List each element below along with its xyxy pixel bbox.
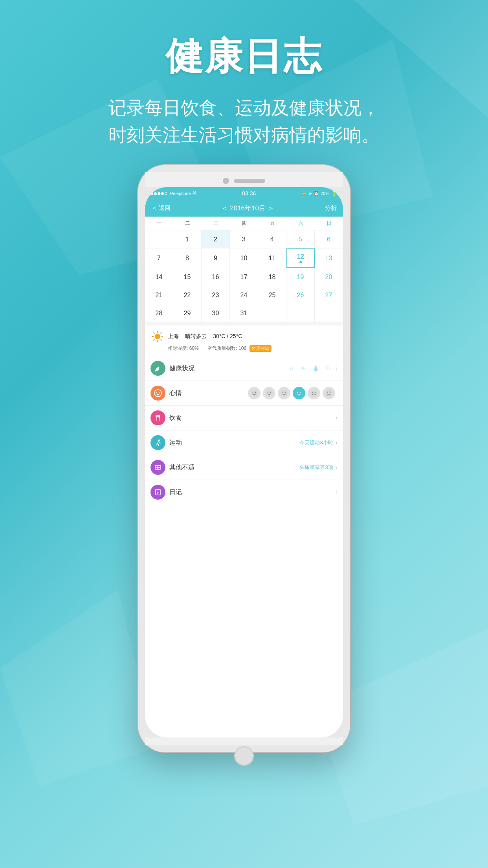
svg-point-25 <box>283 392 283 393</box>
calendar-weekdays: 一 二 三 四 五 六 日 <box>145 217 343 230</box>
location-icon: ➤ <box>308 191 312 196</box>
cal-day-7[interactable]: 7 <box>145 248 173 268</box>
discomfort-label: 其他不适 <box>169 463 299 472</box>
weather-condition: 晴转多云 <box>185 333 207 339</box>
svg-point-19 <box>253 392 253 393</box>
cal-day-17[interactable]: 17 <box>230 268 258 286</box>
svg-line-12 <box>154 340 155 341</box>
svg-point-35 <box>327 392 328 392</box>
phone-bottom-bar <box>145 737 343 745</box>
weather-item: 上海 晴转多云 30°C / 25°C 相对湿度: 60% 空气质量指数: 10… <box>145 326 343 356</box>
cal-day-26[interactable]: 26 <box>286 286 315 304</box>
cal-day-25[interactable]: 25 <box>258 286 286 304</box>
weather-sub-info: 相对湿度: 60% 空气质量指数: 106 轻度污染 <box>168 345 338 352</box>
nav-title[interactable]: ＜ 2016年10月 ＞ <box>221 204 274 213</box>
header-area: 健康日志 记录每日饮食、运动及健康状况， 时刻关注生活习惯对病情的影响。 <box>0 31 488 149</box>
cal-day-5[interactable]: 5 <box>286 230 315 248</box>
cal-day-2[interactable]: 2 <box>202 230 230 248</box>
diet-label: 饮食 <box>169 414 336 422</box>
cal-day-6[interactable]: 6 <box>315 230 343 248</box>
cal-day-22[interactable]: 22 <box>173 286 202 304</box>
cal-day-12[interactable]: 12 <box>286 248 315 268</box>
svg-point-22 <box>268 392 268 393</box>
phone-camera <box>223 178 229 184</box>
cal-day-27[interactable]: 27 <box>315 286 343 304</box>
diary-label: 日记 <box>169 488 336 497</box>
discomfort-icon-circle <box>150 460 165 475</box>
cal-day-11[interactable]: 11 <box>258 248 286 268</box>
mood-face-4[interactable] <box>293 387 305 399</box>
cal-day-31[interactable]: 31 <box>230 304 258 322</box>
svg-line-13 <box>161 333 162 334</box>
status-right: 🔒 ➤ ⏰ 20% 🔋 <box>301 190 338 197</box>
status-time: 03:36 <box>242 190 256 197</box>
exercise-chevron: › <box>336 439 338 446</box>
cal-day-23[interactable]: 23 <box>202 286 230 304</box>
diary-item[interactable]: 日记 › <box>145 480 343 504</box>
nav-bar: ＜ 返回 ＜ 2016年10月 ＞ 分析 <box>145 200 343 217</box>
cal-day-4[interactable]: 4 <box>258 230 286 248</box>
svg-point-20 <box>255 392 256 393</box>
mood-face-6[interactable] <box>323 387 335 399</box>
wifi-icon: ⌘ <box>192 191 197 196</box>
status-bar: Pelephone ⌘ 03:36 🔒 ➤ ⏰ 20% 🔋 <box>145 187 343 200</box>
weekday-sun: 日 <box>315 217 343 230</box>
cal-day-28[interactable]: 28 <box>145 304 173 322</box>
svg-point-29 <box>297 392 298 393</box>
cal-day-14[interactable]: 14 <box>145 268 173 286</box>
calendar-week5: 28 29 30 31 <box>145 304 343 322</box>
svg-point-31 <box>310 390 317 397</box>
nav-back-button[interactable]: ＜ 返回 <box>151 204 171 212</box>
cal-day-29[interactable]: 29 <box>173 304 202 322</box>
status-left: Pelephone ⌘ <box>150 191 197 196</box>
mood-face-5[interactable] <box>308 387 320 399</box>
phone-frame: Pelephone ⌘ 03:36 🔒 ➤ ⏰ 20% 🔋 ＜ 返回 <box>138 165 350 752</box>
mood-item[interactable]: 心情 <box>145 381 343 406</box>
svg-point-18 <box>251 390 258 397</box>
svg-point-21 <box>266 390 273 397</box>
svg-point-28 <box>295 390 303 397</box>
cal-day-30[interactable]: 30 <box>202 304 230 322</box>
drop-icon[interactable]: 💧 <box>311 364 321 373</box>
cal-day-15[interactable]: 15 <box>173 268 202 286</box>
battery-icon: 🔋 <box>331 190 338 197</box>
mood-face-2[interactable] <box>263 387 275 399</box>
mood-face-1[interactable] <box>248 387 261 399</box>
pen-icon[interactable]: ✏ <box>299 364 308 373</box>
svg-point-36 <box>330 392 330 392</box>
diary-chevron: › <box>336 489 338 496</box>
dot5 <box>165 192 167 195</box>
svg-marker-3 <box>0 590 157 786</box>
mood-faces-row <box>248 387 335 399</box>
weekday-tue: 二 <box>173 217 202 230</box>
cal-day-18[interactable]: 18 <box>258 268 286 286</box>
cal-day-13[interactable]: 13 <box>315 248 343 268</box>
cal-day-21[interactable]: 21 <box>145 286 173 304</box>
weather-city: 上海 <box>168 333 179 339</box>
header-title: 健康日志 <box>0 31 488 83</box>
home-button[interactable] <box>234 746 254 766</box>
discomfort-item[interactable]: 其他不适 头痛眩晕等3项 › <box>145 455 343 480</box>
cal-day-20[interactable]: 20 <box>315 268 343 286</box>
header-subtitle: 记录每日饮食、运动及健康状况， 时刻关注生活习惯对病情的影响。 <box>0 94 488 149</box>
cal-empty2 <box>258 304 286 322</box>
cal-day-16[interactable]: 16 <box>202 268 230 286</box>
ecg-icon <box>154 463 162 472</box>
health-status-item[interactable]: 健康状况 ⊡ ✏ 💧 ⚇ › <box>145 356 343 381</box>
leaf-icon <box>154 364 162 373</box>
mood-face-3[interactable] <box>278 387 290 399</box>
cal-day-19[interactable]: 19 <box>286 268 315 286</box>
cal-day-8[interactable]: 8 <box>173 248 202 268</box>
cal-day-24[interactable]: 24 <box>230 286 258 304</box>
diet-item[interactable]: 饮食 › <box>145 406 343 430</box>
exercise-item[interactable]: 运动 今天运动3小时 › <box>145 430 343 455</box>
link-icon[interactable]: ⚇ <box>324 364 333 373</box>
cal-day-9[interactable]: 9 <box>202 248 230 268</box>
cal-day-3[interactable]: 3 <box>230 230 258 248</box>
cal-day-10[interactable]: 10 <box>230 248 258 268</box>
cal-day-1[interactable]: 1 <box>173 230 202 248</box>
scale-icon[interactable]: ⊡ <box>286 364 295 373</box>
weather-temp-low: 25°C <box>230 333 242 339</box>
nav-action-button[interactable]: 分析 <box>325 204 337 212</box>
exercise-label: 运动 <box>169 439 299 447</box>
